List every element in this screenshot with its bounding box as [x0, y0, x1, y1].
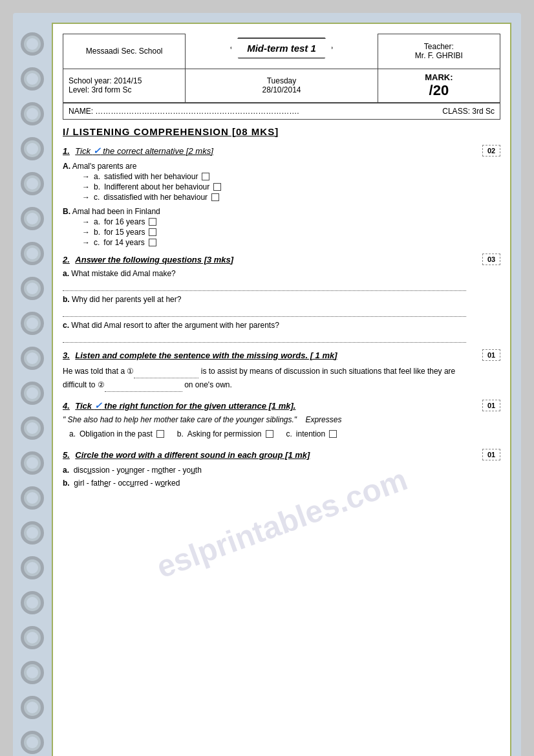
- question2-block: 2. Answer the following questions [3 mks…: [63, 254, 500, 343]
- choice-bb-letter: b.: [94, 228, 100, 237]
- spiral-ring: [21, 137, 44, 160]
- qB-choices: → a. for 16 years → b. for 15 years → c.: [82, 217, 475, 247]
- q5b-label: b.: [63, 479, 70, 488]
- checkbox-bc[interactable]: [149, 239, 156, 246]
- spiral-ring: [21, 591, 44, 614]
- date-label: Tuesday: [267, 76, 297, 85]
- arrow-ba: →: [82, 217, 90, 226]
- score-q1: 02: [482, 145, 500, 157]
- spiral-ring: [21, 277, 44, 300]
- q4-opt-b-letter: b.: [177, 429, 184, 438]
- spiral-ring: [21, 102, 44, 125]
- q2c-text: What did Amal resort to after the argume…: [71, 321, 279, 330]
- spiral-ring: [21, 207, 44, 230]
- q3-sentence: He was told that a ① is to assist by mea…: [63, 365, 475, 393]
- name-label: NAME: …………………………………………………………………….: [69, 107, 299, 116]
- spiral-ring: [21, 416, 44, 440]
- name-label-text: NAME:: [69, 107, 93, 116]
- q5b-row: b. girl - father - occurred - worked: [63, 479, 475, 488]
- score-q5: 01: [482, 449, 500, 460]
- checkbox-4b[interactable]: [266, 430, 273, 438]
- checkbox-4a[interactable]: [156, 430, 164, 438]
- qA-choice-b: → b. Indifferent about her behaviour: [82, 182, 475, 191]
- qA-label: A.: [63, 162, 70, 171]
- arrow-c: →: [82, 193, 90, 202]
- mark-value: /20: [429, 82, 449, 98]
- tick-icon: ✓: [93, 146, 101, 156]
- q4-options: a. Obligation in the past b. Asking for …: [69, 428, 475, 440]
- checkbox-bb[interactable]: [149, 228, 156, 236]
- q2b-label: b.: [63, 295, 70, 304]
- school-year: 2014/15: [114, 76, 142, 85]
- arrow-b: →: [82, 182, 90, 191]
- q2b-row: b. Why did her parents yell at her?: [63, 295, 475, 304]
- mark-label: MARK:: [425, 72, 453, 82]
- choice-a-letter: a.: [94, 172, 100, 181]
- level-label: Level:: [69, 85, 89, 94]
- q3-text: Listen and complete the sentence with th…: [75, 351, 337, 360]
- spiral-ring: [21, 32, 44, 56]
- mark-cell: MARK: /20: [378, 69, 500, 102]
- spiral-ring: [21, 521, 44, 545]
- qA-choice-a: → a. satisfied with her behaviour: [82, 172, 475, 181]
- checkbox-4c[interactable]: [329, 430, 337, 438]
- spiral-ring: [21, 382, 44, 405]
- checkbox-a[interactable]: [202, 173, 209, 180]
- spiral-ring: [21, 451, 44, 475]
- choice-b-text: Indifferent about her behaviour: [104, 182, 209, 191]
- q4-quote-row: " She also had to help her mother take c…: [63, 415, 475, 424]
- q3-number: 3.: [63, 351, 70, 360]
- q4-opt-a: a. Obligation in the past: [69, 429, 164, 438]
- title-hexagon: Mid-term test 1: [230, 38, 333, 59]
- score-q2: 03: [482, 254, 500, 265]
- tick-icon2: ✓: [94, 400, 102, 411]
- empty-center-cell: [186, 62, 378, 69]
- q1-number: 1.: [63, 146, 70, 156]
- q4-opt-c-letter: c.: [286, 429, 292, 438]
- choice-ba-text: for 16 years: [104, 217, 145, 226]
- class-label: CLASS: 3rd Sc: [442, 107, 495, 116]
- teacher-label: Teacher:: [424, 42, 454, 51]
- choice-a-text: satisfied with her behaviour: [104, 172, 198, 181]
- spiral-ring: [21, 486, 44, 510]
- q4-quote: " She also had to help her mother take c…: [63, 415, 297, 424]
- spiral-ring: [21, 172, 44, 195]
- q2a-row: a. What mistake did Amal make?: [63, 269, 475, 278]
- checkbox-c[interactable]: [211, 193, 219, 201]
- school-name: Messaadi Sec. School: [86, 47, 163, 56]
- choice-bc-letter: c.: [94, 238, 100, 247]
- qB-label: B.: [63, 207, 70, 216]
- spiral-ring: [21, 347, 44, 370]
- q5a-label: a.: [63, 466, 69, 475]
- date: 28/10/2014: [262, 85, 301, 94]
- name-dots: …………………………………………………………………….: [95, 107, 299, 116]
- qB-choice-b: → b. for 15 years: [82, 228, 475, 237]
- choice-b-letter: b.: [94, 182, 100, 191]
- page-wrapper: eslprintables.com Messaadi Sec. School M…: [13, 13, 521, 756]
- q2a-text: What mistake did Amal make?: [71, 269, 175, 278]
- q2-header: 2. Answer the following questions [3 mks…: [63, 254, 475, 265]
- q5a-words: discussion - younger - mother - youth: [71, 466, 202, 475]
- q4-opt-a-text: Obligation in the past: [80, 429, 153, 438]
- q3-header: 3. Listen and complete the sentence with…: [63, 349, 475, 361]
- q4-expresses: Expresses: [305, 415, 341, 424]
- test-title: Mid-term test 1: [247, 43, 316, 54]
- qB-text: Amal had been in Finland: [72, 207, 160, 216]
- spiral-ring: [21, 556, 44, 579]
- score-q3: 01: [482, 349, 500, 361]
- school-year-label: School year:: [69, 76, 112, 85]
- q2a-label: a.: [63, 269, 69, 278]
- q2-number: 2.: [63, 255, 70, 265]
- school-name-cell: Messaadi Sec. School: [63, 34, 186, 69]
- q5-number: 5.: [63, 450, 70, 460]
- checkbox-ba[interactable]: [149, 218, 156, 226]
- spiral-ring: [21, 626, 44, 649]
- checkbox-b[interactable]: [213, 183, 221, 191]
- teacher-name: Mr. F. GHRIBI: [415, 51, 463, 60]
- content-area: eslprintables.com Messaadi Sec. School M…: [52, 23, 511, 756]
- q2c-row: c. What did Amal resort to after the arg…: [63, 321, 475, 330]
- question4-block: 4. Tick ✓ the right function for the giv…: [63, 400, 500, 440]
- spiral-ring: [21, 731, 44, 754]
- q2c-label: c.: [63, 321, 69, 330]
- q3-blank2: [105, 378, 182, 392]
